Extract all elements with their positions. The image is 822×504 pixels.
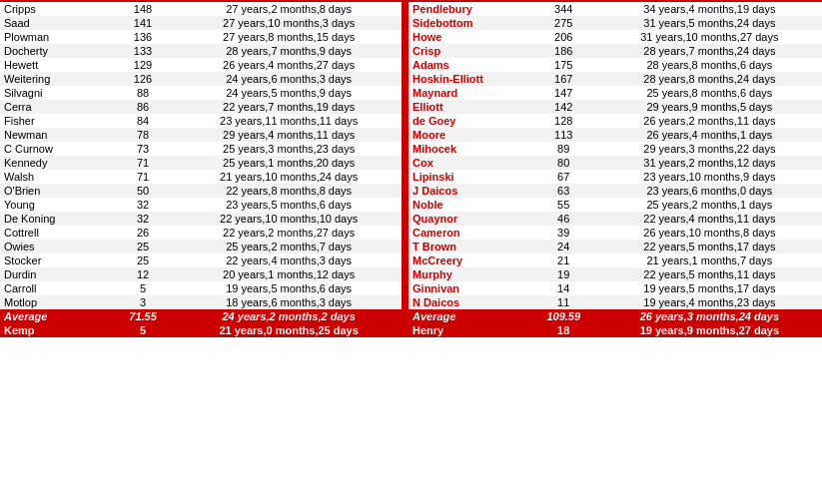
right-games-cell: 206	[530, 30, 597, 44]
left-name-cell: O'Brien	[0, 184, 110, 198]
left-name-cell: Fisher	[0, 114, 110, 128]
right-age-cell: 29 years,9 months,5 days	[597, 100, 822, 114]
right-age-cell: 25 years,8 months,6 days	[597, 86, 822, 100]
kemp-left-games: 5	[110, 323, 177, 337]
right-age-cell: 26 years,4 months,1 days	[597, 128, 822, 142]
left-age-cell: 27 years,8 months,15 days	[177, 30, 402, 44]
right-name-cell: Lipinski	[409, 170, 530, 184]
table-row: Plowman 136 27 years,8 months,15 days Ho…	[0, 30, 822, 44]
divider-cell	[402, 156, 409, 170]
left-age-cell: 24 years,5 months,9 days	[177, 86, 402, 100]
left-age-cell: 23 years,5 months,6 days	[177, 198, 402, 212]
divider-cell	[402, 114, 409, 128]
left-age-cell: 18 years,6 months,3 days	[177, 295, 402, 309]
left-name-cell: Cottrell	[0, 226, 110, 240]
divider-cell	[402, 198, 409, 212]
right-games-cell: 11	[530, 295, 597, 309]
table-row: Fisher 84 23 years,11 months,11 days de …	[0, 114, 822, 128]
left-games-cell: 25	[110, 253, 177, 267]
table-row: Silvagni 88 24 years,5 months,9 days May…	[0, 86, 822, 100]
avg-left-games: 71.55	[110, 309, 177, 323]
avg-left-age: 24 years,2 months,2 days	[177, 309, 402, 323]
kemp-right-games: 18	[530, 323, 597, 337]
right-games-cell: 147	[530, 86, 597, 100]
left-age-cell: 22 years,7 months,19 days	[177, 100, 402, 114]
right-name-cell: Cameron	[409, 226, 530, 240]
left-name-cell: Stocker	[0, 253, 110, 267]
left-games-cell: 71	[110, 156, 177, 170]
left-name-cell: Durdin	[0, 267, 110, 281]
left-games-cell: 3	[110, 295, 177, 309]
left-games-cell: 5	[110, 281, 177, 295]
main-table-container: Cripps 148 27 years,2 months,8 days Pend…	[0, 0, 822, 337]
left-name-cell: De Koning	[0, 212, 110, 226]
right-name-cell: Maynard	[409, 86, 530, 100]
table-row: Kennedy 71 25 years,1 months,20 days Cox…	[0, 156, 822, 170]
right-games-cell: 19	[530, 267, 597, 281]
right-games-cell: 142	[530, 100, 597, 114]
table-row: Hewett 129 26 years,4 months,27 days Ada…	[0, 58, 822, 72]
table-row: C Curnow 73 25 years,3 months,23 days Mi…	[0, 142, 822, 156]
left-games-cell: 141	[110, 16, 177, 30]
right-games-cell: 67	[530, 170, 597, 184]
table-row: Cerra 86 22 years,7 months,19 days Ellio…	[0, 100, 822, 114]
right-games-cell: 39	[530, 226, 597, 240]
right-age-cell: 22 years,5 months,11 days	[597, 267, 822, 281]
left-age-cell: 21 years,10 months,24 days	[177, 170, 402, 184]
right-age-cell: 26 years,2 months,11 days	[597, 114, 822, 128]
divider-cell	[402, 170, 409, 184]
divider-cell	[402, 240, 409, 253]
right-age-cell: 19 years,4 months,23 days	[597, 295, 822, 309]
table-row: Weitering 126 24 years,6 months,3 days H…	[0, 72, 822, 86]
left-games-cell: 84	[110, 114, 177, 128]
right-games-cell: 24	[530, 240, 597, 253]
left-age-cell: 22 years,4 months,3 days	[177, 253, 402, 267]
divider-cell	[402, 295, 409, 309]
divider-cell	[402, 30, 409, 44]
divider-cell	[402, 86, 409, 100]
left-games-cell: 136	[110, 30, 177, 44]
right-name-cell: Cox	[409, 156, 530, 170]
right-name-cell: Pendlebury	[409, 2, 530, 16]
right-age-cell: 29 years,3 months,22 days	[597, 142, 822, 156]
right-name-cell: N Daicos	[409, 295, 530, 309]
table-row: Motlop 3 18 years,6 months,3 days N Daic…	[0, 295, 822, 309]
right-games-cell: 55	[530, 198, 597, 212]
kemp-right-age: 19 years,9 months,27 days	[597, 323, 822, 337]
divider-cell	[402, 100, 409, 114]
right-name-cell: Noble	[409, 198, 530, 212]
left-name-cell: Cripps	[0, 2, 110, 16]
right-games-cell: 128	[530, 114, 597, 128]
average-row: Average 71.55 24 years,2 months,2 days A…	[0, 309, 822, 323]
divider-cell	[402, 44, 409, 58]
right-age-cell: 26 years,10 months,8 days	[597, 226, 822, 240]
left-age-cell: 27 years,10 months,3 days	[177, 16, 402, 30]
divider-cell	[402, 2, 409, 16]
right-name-cell: Sidebottom	[409, 16, 530, 30]
right-games-cell: 89	[530, 142, 597, 156]
avg-right-label: Average	[409, 309, 530, 323]
left-games-cell: 12	[110, 267, 177, 281]
right-name-cell: J Daicos	[409, 184, 530, 198]
left-age-cell: 25 years,2 months,7 days	[177, 240, 402, 253]
right-age-cell: 34 years,4 months,19 days	[597, 2, 822, 16]
table-row: O'Brien 50 22 years,8 months,8 days J Da…	[0, 184, 822, 198]
table-row: Saad 141 27 years,10 months,3 days Sideb…	[0, 16, 822, 30]
divider-cell	[402, 253, 409, 267]
left-age-cell: 24 years,6 months,3 days	[177, 72, 402, 86]
table-row: Durdin 12 20 years,1 months,12 days Murp…	[0, 267, 822, 281]
left-games-cell: 78	[110, 128, 177, 142]
divider-cell	[402, 128, 409, 142]
table-row: Carroll 5 19 years,5 months,6 days Ginni…	[0, 281, 822, 295]
right-games-cell: 80	[530, 156, 597, 170]
avg-right-age: 26 years,3 months,24 days	[597, 309, 822, 323]
right-age-cell: 19 years,5 months,17 days	[597, 281, 822, 295]
left-age-cell: 20 years,1 months,12 days	[177, 267, 402, 281]
kemp-left-age: 21 years,0 months,25 days	[177, 323, 402, 337]
right-games-cell: 21	[530, 253, 597, 267]
left-age-cell: 25 years,3 months,23 days	[177, 142, 402, 156]
right-games-cell: 46	[530, 212, 597, 226]
left-games-cell: 25	[110, 240, 177, 253]
right-name-cell: T Brown	[409, 240, 530, 253]
table-row: Stocker 25 22 years,4 months,3 days McCr…	[0, 253, 822, 267]
